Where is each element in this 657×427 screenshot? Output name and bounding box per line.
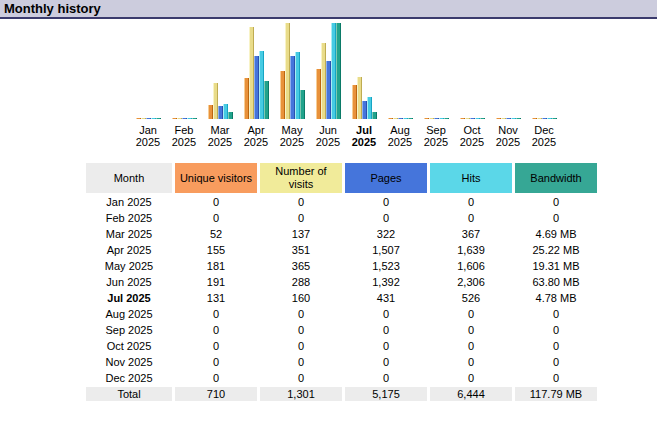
value-cell: 0 <box>515 339 597 353</box>
value-cell: 322 <box>345 227 427 241</box>
value-cell: 0 <box>430 211 512 225</box>
axis-label-month-name: Apr <box>238 124 274 136</box>
bandwidth-bar <box>408 118 413 119</box>
value-cell: 0 <box>515 355 597 369</box>
bandwidth-bar <box>300 90 305 119</box>
axis-label-month: Aug2025 <box>382 124 418 148</box>
table-row: Oct 202500000 <box>86 339 597 353</box>
value-cell: 0 <box>430 195 512 209</box>
axis-label-month-name: Aug <box>382 124 418 136</box>
value-cell: 431 <box>345 291 427 305</box>
value-cell: 4.69 MB <box>515 227 597 241</box>
axis-label-month: Mar2025 <box>202 124 238 148</box>
month-cell: Nov 2025 <box>86 355 172 369</box>
value-cell: 191 <box>175 275 257 289</box>
value-cell: 0 <box>345 339 427 353</box>
month-bar-group <box>532 118 557 119</box>
value-cell: 63.80 MB <box>515 275 597 289</box>
axis-label-month-name: Mar <box>202 124 238 136</box>
table-row: Nov 202500000 <box>86 355 597 369</box>
column-header: Pages <box>345 163 427 193</box>
axis-label-year: 2025 <box>166 136 202 148</box>
month-bar-group <box>388 118 413 119</box>
value-cell: 1,523 <box>345 259 427 273</box>
month-bar-group <box>352 77 377 119</box>
axis-label-month: May2025 <box>274 124 310 148</box>
bandwidth-bar <box>552 118 557 119</box>
bandwidth-bar <box>444 118 449 119</box>
month-cell: Sep 2025 <box>86 323 172 337</box>
value-cell: 1,507 <box>345 243 427 257</box>
value-cell: 0 <box>515 211 597 225</box>
value-cell: 0 <box>260 323 342 337</box>
table-row: Sep 202500000 <box>86 323 597 337</box>
axis-label-month-name: Jun <box>310 124 346 136</box>
month-cell: Jan 2025 <box>86 195 172 209</box>
month-bar-group <box>496 118 521 119</box>
value-cell: 4.78 MB <box>515 291 597 305</box>
column-header: Month <box>86 163 172 193</box>
month-cell: May 2025 <box>86 259 172 273</box>
total-value-cell: 117.79 MB <box>515 387 597 401</box>
bandwidth-bar <box>228 112 233 119</box>
month-bar-group <box>280 23 305 119</box>
value-cell: 0 <box>175 371 257 385</box>
axis-label-month-name: Jul <box>346 124 382 136</box>
monthly-history-table: MonthUnique visitorsNumber of visitsPage… <box>83 161 600 403</box>
axis-label-year: 2025 <box>346 136 382 148</box>
value-cell: 0 <box>430 355 512 369</box>
month-cell: Jul 2025 <box>86 291 172 305</box>
axis-label-year: 2025 <box>274 136 310 148</box>
value-cell: 25.22 MB <box>515 243 597 257</box>
axis-label-month-name: Oct <box>454 124 490 136</box>
axis-label-month-name: May <box>274 124 310 136</box>
value-cell: 0 <box>515 307 597 321</box>
value-cell: 0 <box>175 195 257 209</box>
value-cell: 0 <box>345 307 427 321</box>
axis-label-month-name: Feb <box>166 124 202 136</box>
axis-label-year: 2025 <box>490 136 526 148</box>
value-cell: 0 <box>175 339 257 353</box>
value-cell: 0 <box>260 339 342 353</box>
value-cell: 52 <box>175 227 257 241</box>
value-cell: 0 <box>260 211 342 225</box>
value-cell: 351 <box>260 243 342 257</box>
value-cell: 19.31 MB <box>515 259 597 273</box>
axis-label-year: 2025 <box>130 136 166 148</box>
value-cell: 0 <box>175 355 257 369</box>
axis-label-month: Dec2025 <box>526 124 562 148</box>
column-header: Number of visits <box>260 163 342 193</box>
bandwidth-bar <box>192 118 197 119</box>
column-header: Unique visitors <box>175 163 257 193</box>
axis-label-month: Nov2025 <box>490 124 526 148</box>
axis-label-year: 2025 <box>418 136 454 148</box>
bandwidth-bar <box>516 118 521 119</box>
total-value-cell: 5,175 <box>345 387 427 401</box>
value-cell: 137 <box>260 227 342 241</box>
value-cell: 0 <box>260 355 342 369</box>
value-cell: 288 <box>260 275 342 289</box>
axis-label-month: Apr2025 <box>238 124 274 148</box>
month-cell: Feb 2025 <box>86 211 172 225</box>
value-cell: 2,306 <box>430 275 512 289</box>
month-bar-group <box>208 83 233 119</box>
value-cell: 0 <box>345 371 427 385</box>
month-bar-group <box>424 118 449 119</box>
value-cell: 0 <box>430 371 512 385</box>
value-cell: 0 <box>345 195 427 209</box>
axis-label-year: 2025 <box>310 136 346 148</box>
axis-label-month: Jun2025 <box>310 124 346 148</box>
value-cell: 0 <box>515 323 597 337</box>
month-bar-group <box>244 27 269 119</box>
table-header-row: MonthUnique visitorsNumber of visitsPage… <box>86 163 597 193</box>
axis-label-year: 2025 <box>238 136 274 148</box>
table-row: May 20251813651,5231,60619.31 MB <box>86 259 597 273</box>
bandwidth-bar <box>336 23 341 119</box>
month-cell: Mar 2025 <box>86 227 172 241</box>
axis-label-month: Jan2025 <box>130 124 166 148</box>
value-cell: 0 <box>175 323 257 337</box>
axis-label-month: Oct2025 <box>454 124 490 148</box>
axis-label-month: Feb2025 <box>166 124 202 148</box>
value-cell: 1,392 <box>345 275 427 289</box>
section-title-text: Monthly history <box>4 1 101 16</box>
